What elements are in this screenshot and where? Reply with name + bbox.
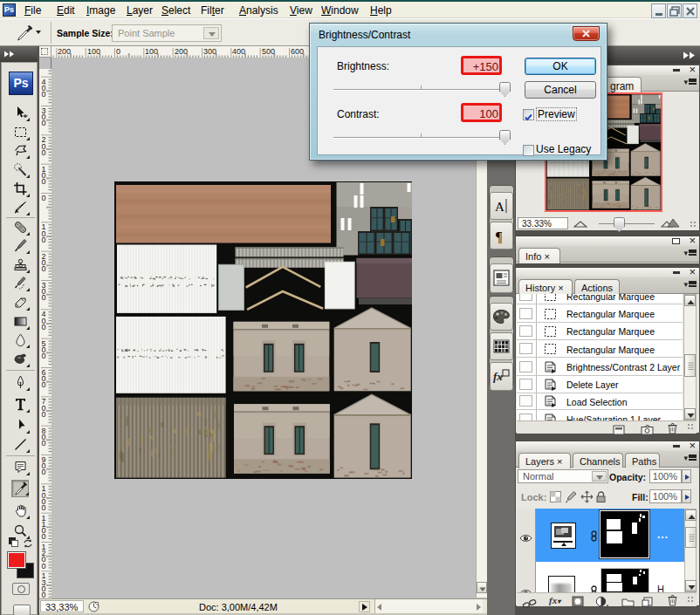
svg-text:0: 0 (42, 468, 46, 476)
svg-text:300: 300 (203, 47, 216, 56)
svg-text:100: 100 (87, 47, 100, 56)
svg-text:200: 200 (58, 47, 71, 56)
svg-text:0: 0 (42, 177, 46, 186)
svg-text:0: 0 (42, 194, 46, 202)
svg-text:0: 0 (42, 562, 46, 571)
svg-text:0: 0 (42, 352, 46, 360)
svg-text:0: 0 (42, 410, 46, 419)
svg-text:0: 0 (42, 264, 46, 273)
svg-text:0: 0 (42, 439, 46, 448)
svg-text:100: 100 (145, 47, 158, 56)
svg-text:0: 0 (42, 323, 46, 331)
svg-text:A: A (495, 200, 504, 214)
svg-text:400: 400 (232, 47, 245, 56)
svg-text:0: 0 (42, 236, 46, 244)
svg-text:0: 0 (42, 293, 46, 302)
svg-text:0: 0 (42, 119, 46, 127)
svg-text:0: 0 (42, 380, 46, 389)
svg-text:fx: fx (493, 370, 503, 383)
svg-text:0: 0 (42, 90, 46, 99)
svg-text:¶: ¶ (496, 229, 503, 244)
svg-text:0: 0 (42, 503, 46, 512)
svg-text:0: 0 (116, 47, 120, 56)
svg-text:600: 600 (291, 47, 304, 56)
svg-text:200: 200 (175, 47, 188, 56)
svg-text:0: 0 (42, 532, 46, 541)
svg-text:0: 0 (42, 148, 46, 157)
svg-text:500: 500 (262, 47, 275, 56)
